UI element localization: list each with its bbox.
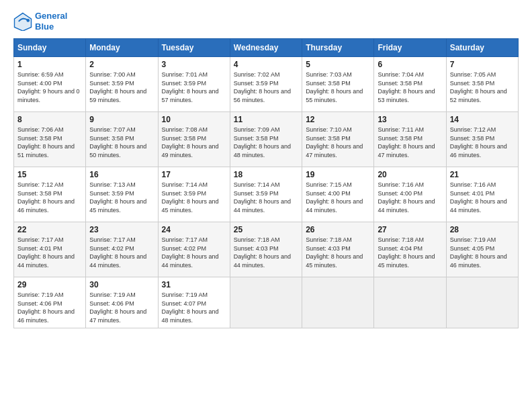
- day-header: Monday: [86, 39, 158, 57]
- day-header: Thursday: [302, 39, 374, 57]
- day-number: 7: [450, 60, 515, 69]
- day-number: 28: [450, 225, 515, 234]
- day-info: Sunrise: 7:19 AMSunset: 4:06 PMDaylight:…: [89, 291, 154, 324]
- day-info: Sunrise: 7:18 AMSunset: 4:03 PMDaylight:…: [306, 236, 370, 269]
- day-number: 22: [17, 225, 82, 234]
- calendar-cell: 7Sunrise: 7:05 AMSunset: 3:58 PMDaylight…: [446, 57, 518, 112]
- day-info: Sunrise: 7:12 AMSunset: 3:58 PMDaylight:…: [17, 181, 82, 214]
- day-number: 1: [17, 60, 82, 69]
- logo-text: General Blue: [35, 11, 67, 32]
- calendar-cell: 15Sunrise: 7:12 AMSunset: 3:58 PMDayligh…: [14, 167, 86, 222]
- day-info: Sunrise: 7:16 AMSunset: 4:00 PMDaylight:…: [378, 181, 442, 214]
- day-info: Sunrise: 7:06 AMSunset: 3:58 PMDaylight:…: [17, 126, 82, 159]
- day-info: Sunrise: 7:17 AMSunset: 4:01 PMDaylight:…: [17, 236, 82, 269]
- calendar-cell: 10Sunrise: 7:08 AMSunset: 3:58 PMDayligh…: [158, 112, 230, 167]
- day-info: Sunrise: 7:18 AMSunset: 4:03 PMDaylight:…: [234, 236, 298, 269]
- calendar-cell: [374, 277, 446, 328]
- calendar-row: 15Sunrise: 7:12 AMSunset: 3:58 PMDayligh…: [14, 167, 519, 222]
- calendar-cell: 25Sunrise: 7:18 AMSunset: 4:03 PMDayligh…: [230, 222, 302, 277]
- calendar-header-row: SundayMondayTuesdayWednesdayThursdayFrid…: [14, 39, 519, 57]
- day-number: 25: [234, 225, 298, 234]
- day-number: 21: [450, 170, 515, 179]
- day-info: Sunrise: 7:09 AMSunset: 3:58 PMDaylight:…: [234, 126, 298, 159]
- day-number: 26: [306, 225, 370, 234]
- calendar-cell: 9Sunrise: 7:07 AMSunset: 3:58 PMDaylight…: [86, 112, 158, 167]
- day-info: Sunrise: 7:13 AMSunset: 3:59 PMDaylight:…: [89, 181, 154, 214]
- day-number: 19: [306, 170, 370, 179]
- day-number: 6: [378, 60, 442, 69]
- calendar-table: SundayMondayTuesdayWednesdayThursdayFrid…: [13, 38, 519, 328]
- calendar-cell: 1Sunrise: 6:59 AMSunset: 4:00 PMDaylight…: [14, 57, 86, 112]
- day-number: 31: [162, 280, 226, 289]
- calendar-body: 1Sunrise: 6:59 AMSunset: 4:00 PMDaylight…: [14, 57, 519, 328]
- day-header: Friday: [374, 39, 446, 57]
- page: General Blue SundayMondayTuesdayWednesda…: [0, 0, 532, 411]
- calendar-cell: 17Sunrise: 7:14 AMSunset: 3:59 PMDayligh…: [158, 167, 230, 222]
- calendar-cell: 11Sunrise: 7:09 AMSunset: 3:58 PMDayligh…: [230, 112, 302, 167]
- day-info: Sunrise: 7:19 AMSunset: 4:07 PMDaylight:…: [162, 291, 226, 324]
- day-number: 23: [89, 225, 154, 234]
- day-info: Sunrise: 7:01 AMSunset: 3:59 PMDaylight:…: [162, 71, 226, 104]
- logo-icon: [13, 12, 32, 31]
- calendar-cell: 30Sunrise: 7:19 AMSunset: 4:06 PMDayligh…: [86, 277, 158, 328]
- svg-point-2: [26, 19, 30, 22]
- header: General Blue: [13, 11, 519, 32]
- day-info: Sunrise: 7:17 AMSunset: 4:02 PMDaylight:…: [162, 236, 226, 269]
- calendar-cell: 27Sunrise: 7:18 AMSunset: 4:04 PMDayligh…: [374, 222, 446, 277]
- calendar-cell: 8Sunrise: 7:06 AMSunset: 3:58 PMDaylight…: [14, 112, 86, 167]
- day-number: 11: [234, 115, 298, 124]
- day-number: 16: [89, 170, 154, 179]
- calendar-cell: 2Sunrise: 7:00 AMSunset: 3:59 PMDaylight…: [86, 57, 158, 112]
- day-number: 20: [378, 170, 442, 179]
- calendar-cell: 6Sunrise: 7:04 AMSunset: 3:58 PMDaylight…: [374, 57, 446, 112]
- day-info: Sunrise: 7:16 AMSunset: 4:01 PMDaylight:…: [450, 181, 515, 214]
- calendar-cell: 4Sunrise: 7:02 AMSunset: 3:59 PMDaylight…: [230, 57, 302, 112]
- calendar-cell: 16Sunrise: 7:13 AMSunset: 3:59 PMDayligh…: [86, 167, 158, 222]
- day-info: Sunrise: 7:14 AMSunset: 3:59 PMDaylight:…: [162, 181, 226, 214]
- calendar-cell: 19Sunrise: 7:15 AMSunset: 4:00 PMDayligh…: [302, 167, 374, 222]
- calendar-cell: 24Sunrise: 7:17 AMSunset: 4:02 PMDayligh…: [158, 222, 230, 277]
- day-number: 15: [17, 170, 82, 179]
- logo: General Blue: [13, 11, 67, 32]
- day-info: Sunrise: 7:04 AMSunset: 3:58 PMDaylight:…: [378, 71, 442, 104]
- calendar-cell: 14Sunrise: 7:12 AMSunset: 3:58 PMDayligh…: [446, 112, 518, 167]
- day-info: Sunrise: 7:07 AMSunset: 3:58 PMDaylight:…: [89, 126, 154, 159]
- day-number: 17: [162, 170, 226, 179]
- day-number: 12: [306, 115, 370, 124]
- day-header: Saturday: [446, 39, 518, 57]
- calendar-cell: 26Sunrise: 7:18 AMSunset: 4:03 PMDayligh…: [302, 222, 374, 277]
- day-number: 3: [162, 60, 226, 69]
- calendar-cell: 22Sunrise: 7:17 AMSunset: 4:01 PMDayligh…: [14, 222, 86, 277]
- day-number: 5: [306, 60, 370, 69]
- calendar-cell: 21Sunrise: 7:16 AMSunset: 4:01 PMDayligh…: [446, 167, 518, 222]
- day-number: 14: [450, 115, 515, 124]
- calendar-cell: 23Sunrise: 7:17 AMSunset: 4:02 PMDayligh…: [86, 222, 158, 277]
- day-info: Sunrise: 7:03 AMSunset: 3:58 PMDaylight:…: [306, 71, 370, 104]
- day-number: 9: [89, 115, 154, 124]
- calendar-cell: [302, 277, 374, 328]
- calendar-cell: 5Sunrise: 7:03 AMSunset: 3:58 PMDaylight…: [302, 57, 374, 112]
- day-number: 10: [162, 115, 226, 124]
- day-info: Sunrise: 7:18 AMSunset: 4:04 PMDaylight:…: [378, 236, 442, 269]
- day-number: 13: [378, 115, 442, 124]
- day-number: 29: [17, 280, 82, 289]
- day-number: 24: [162, 225, 226, 234]
- day-info: Sunrise: 7:12 AMSunset: 3:58 PMDaylight:…: [450, 126, 515, 159]
- calendar-cell: 28Sunrise: 7:19 AMSunset: 4:05 PMDayligh…: [446, 222, 518, 277]
- calendar-row: 1Sunrise: 6:59 AMSunset: 4:00 PMDaylight…: [14, 57, 519, 112]
- calendar-cell: 20Sunrise: 7:16 AMSunset: 4:00 PMDayligh…: [374, 167, 446, 222]
- day-number: 2: [89, 60, 154, 69]
- day-info: Sunrise: 7:10 AMSunset: 3:58 PMDaylight:…: [306, 126, 370, 159]
- day-info: Sunrise: 7:08 AMSunset: 3:58 PMDaylight:…: [162, 126, 226, 159]
- calendar-cell: 13Sunrise: 7:11 AMSunset: 3:58 PMDayligh…: [374, 112, 446, 167]
- calendar-cell: 3Sunrise: 7:01 AMSunset: 3:59 PMDaylight…: [158, 57, 230, 112]
- calendar-cell: [446, 277, 518, 328]
- day-info: Sunrise: 7:15 AMSunset: 4:00 PMDaylight:…: [306, 181, 370, 214]
- calendar-row: 29Sunrise: 7:19 AMSunset: 4:06 PMDayligh…: [14, 277, 519, 328]
- day-number: 4: [234, 60, 298, 69]
- day-header: Sunday: [14, 39, 86, 57]
- day-info: Sunrise: 7:02 AMSunset: 3:59 PMDaylight:…: [234, 71, 298, 104]
- day-info: Sunrise: 7:17 AMSunset: 4:02 PMDaylight:…: [89, 236, 154, 269]
- day-header: Tuesday: [158, 39, 230, 57]
- day-header: Wednesday: [230, 39, 302, 57]
